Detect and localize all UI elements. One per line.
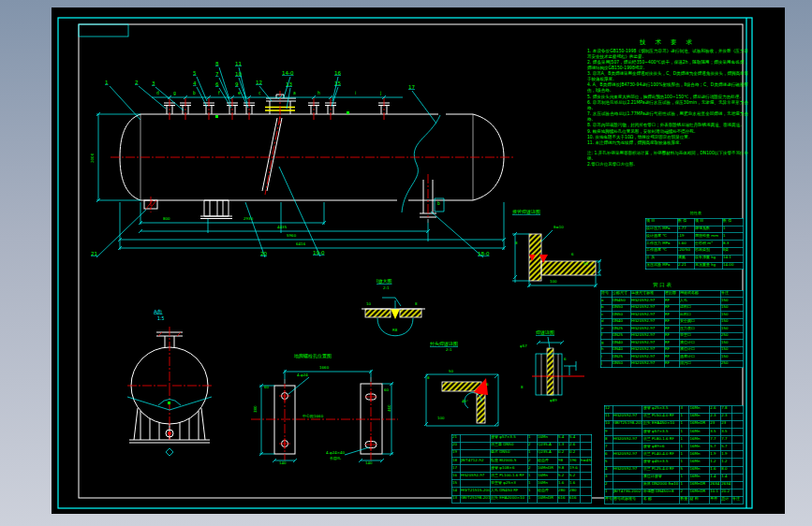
cell: DN50: [613, 312, 631, 318]
cell: RF: [665, 319, 680, 326]
cell: b: [601, 305, 613, 312]
nozzle-table: 符号公称尺寸连接尺寸标准密封面用途或名称备注aDN450HG20592-97RF…: [600, 290, 744, 368]
nozzle-mark-i: i: [355, 91, 356, 95]
cell: 液位计口: [680, 340, 721, 346]
table-row: 3液位计接管116Mn1.41.4: [605, 475, 744, 482]
table-row: 6HG20592-97法兰 PL40-4.0 RF116Mn1.91.9: [605, 451, 744, 459]
cell: 98: [557, 457, 568, 464]
callout-4: 4: [193, 80, 197, 86]
table-row: 5接管 φ45×3.5116Mn1.21.2: [605, 459, 744, 466]
cell: 2: [527, 457, 537, 464]
table-row: dDN40HG20592-97RF安全阀口150: [601, 319, 744, 327]
cell: 接管 φ45×3.5: [642, 459, 680, 466]
cell: 150: [721, 340, 744, 346]
cell: RF: [665, 333, 680, 340]
tech-requirement-item: 7. 水压试验合格后以1.77MPa进行气密性试验，用肥皂水检查全部焊缝，无泄漏…: [587, 111, 748, 123]
cell: 1.4: [721, 475, 732, 482]
cell: 18: [452, 457, 461, 464]
cell: 2: [605, 482, 613, 489]
cell: [613, 475, 642, 482]
cell: 接管 φ108×6: [490, 464, 527, 472]
cell: RF: [665, 340, 680, 346]
cell: 150: [721, 305, 744, 312]
cell: JB/T4736-2002: [613, 489, 642, 497]
cell: g: [601, 340, 613, 346]
table-row: 件号图号或标准号名 称数量材 料单件总计备注: [605, 497, 744, 504]
dip-pipe: [262, 118, 282, 191]
cell: 2.3: [721, 414, 732, 421]
tech-requirement-item: 9. 鞍座地脚螺栓孔位置见图，安装时滑动端螺栓不得拧死。: [587, 128, 748, 134]
cell: 法兰盖 DN50: [490, 442, 527, 449]
callout-20: 20: [260, 251, 267, 256]
dim-label: 140: [365, 461, 373, 465]
cell: h: [601, 347, 613, 354]
cell: 3: [605, 475, 613, 482]
cell: 1: [605, 489, 613, 497]
detail-scale-1: 2:1: [383, 286, 389, 290]
cell: HG20592-97: [613, 466, 642, 474]
detail-scale-2: 2:1: [446, 348, 451, 352]
cell: 150: [721, 312, 744, 318]
nozzle-mark-c: c: [258, 91, 260, 95]
tech-requirement-item: 8. 容器内部清除污物，封闭所有管口；外表面除锈后涂红丹防锈漆两道、面漆两道。: [587, 123, 748, 128]
table-row: 4HG20592-97法兰 PL25-4.0 RF516Mn1.68.0: [605, 466, 744, 474]
cell: 1: [680, 482, 689, 489]
cell: 4: [605, 466, 613, 474]
callout-8: 8: [215, 61, 219, 66]
cell: [732, 421, 744, 429]
dim-label: 2000: [91, 153, 95, 163]
dim-label: 100: [550, 280, 557, 284]
cell: 2: [680, 489, 689, 497]
cell: RF: [665, 361, 680, 368]
dim-label: 4435: [277, 226, 287, 229]
cell: 3: [680, 406, 689, 414]
cell: 20.2: [721, 489, 732, 497]
cell: DN50: [613, 305, 631, 312]
cell: DN40: [613, 340, 631, 346]
table-row: hDN40HG20592-97RF液位计口150: [601, 347, 744, 355]
cell: [580, 442, 591, 449]
dim-label: R8: [392, 329, 397, 332]
cell: 接管 φ57×3.5: [642, 429, 680, 436]
nozzle-mark-j: j: [380, 91, 381, 95]
cell: 法兰 PL50-4.0 RF: [642, 414, 680, 421]
callout-21: 21: [91, 251, 97, 256]
nozzle-mark-b: b: [193, 91, 196, 95]
cell: 2.6: [710, 406, 721, 414]
dim-label: 6: [571, 253, 574, 256]
callout-19: 19-0: [313, 250, 324, 256]
detail-title-1: Ⅰ放大图: [376, 279, 391, 285]
cell: 16MnDR: [689, 421, 710, 429]
cell: 16Mn: [689, 406, 710, 414]
cell: [732, 406, 744, 414]
leader-lines: [96, 67, 483, 257]
cell: HG20592-97: [631, 354, 665, 360]
cell: 1.4: [710, 475, 721, 482]
cell: [580, 464, 591, 472]
table-row: gDN40HG20592-97RF液位计口150: [601, 340, 744, 347]
cell: 16MnDR: [689, 482, 710, 489]
cell: Q235-A: [537, 449, 557, 457]
cell: 出料口: [680, 312, 721, 318]
nozzle-mark-g: g: [173, 91, 176, 95]
cell: [580, 434, 591, 442]
cell: 2: [527, 442, 537, 449]
cell: 16Mn: [689, 466, 710, 474]
table-row: 18JB/T4712-92鞍座 BⅠ2000-S2组合件98196h=450: [452, 457, 592, 464]
cell: 0.2: [568, 449, 580, 457]
cell: [732, 459, 744, 466]
cell: 2: [527, 464, 537, 472]
cell: 1: [680, 429, 689, 436]
cell: 23: [721, 421, 732, 429]
cell: 1: [527, 434, 537, 442]
tech-requirement-item: 3. 容器A、B类焊缝采用全焊透对接接头，C、D类焊缝为全焊透角接接头，焊脚高度…: [587, 71, 748, 82]
cell: 法兰 PL25-4.0 RF: [642, 466, 680, 474]
cell: HG20592-97: [631, 312, 665, 318]
cell: h=450: [580, 457, 591, 464]
cell: GB/T25198-2010: [613, 421, 642, 429]
tech-requirement-item: 11. 未注焊缝均为连续焊，焊脚高度取较薄板厚度。: [587, 140, 748, 146]
cell: 17: [452, 464, 461, 472]
cell: 16Mn: [689, 475, 710, 482]
cell: 放空口: [680, 333, 721, 340]
cell: [580, 449, 591, 457]
